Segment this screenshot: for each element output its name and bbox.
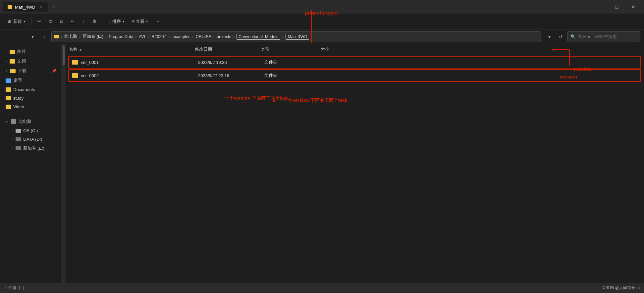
sort-dropdown-icon: ▾ [123, 20, 124, 23]
copy-icon: ⧉ [49, 19, 52, 24]
e-drive-icon [16, 146, 21, 150]
refresh-button[interactable]: ↺ [556, 32, 565, 41]
active-tab[interactable]: Man_4WD ✕ [3, 2, 48, 12]
addr-folder-icon [54, 35, 59, 38]
file-type-cell-1: 文件夹 [264, 59, 324, 65]
search-bar[interactable]: 🔍 [567, 31, 640, 42]
sidebar-item-documents[interactable]: › 文档 [2, 57, 60, 66]
rename-button[interactable]: ✏ [67, 17, 78, 25]
breadcrumb-this-pc[interactable]: 此电脑 [64, 34, 77, 39]
col-header-size[interactable]: 大小 [321, 47, 640, 52]
more-button[interactable]: ··· [152, 17, 163, 25]
back-button[interactable]: ← [4, 32, 14, 42]
breadcrumb-end-chevron: › [310, 35, 312, 39]
col-header-type[interactable]: 类型 [261, 47, 321, 52]
filetype-2: 文件夹 [264, 73, 277, 78]
e-drive-label: 新加卷 (E:) [23, 145, 44, 151]
sort-button[interactable]: ↕ 排序 ▾ [106, 17, 128, 26]
new-tab-button[interactable]: + [49, 2, 58, 12]
minimize-button[interactable]: ─ [593, 2, 608, 12]
sidebar: › 图片 › 文档 ↓ 下载 📌 桌面 Documents [0, 44, 62, 283]
breadcrumb-man4wd[interactable]: Man_4WD [286, 34, 309, 40]
col-size-label: 大小 [321, 47, 329, 52]
c-drive-icon [16, 129, 21, 133]
tab-folder-icon [8, 5, 12, 9]
documents-folder-icon [10, 59, 15, 64]
pictures-folder-icon [10, 50, 15, 54]
breadcrumb-projects[interactable]: projects [217, 34, 231, 39]
filelist: project version 一个version 下面有了两个task 名称 … [66, 44, 644, 283]
titlebar: Man_4WD ✕ + ─ □ ✕ [0, 0, 644, 14]
view-button[interactable]: ≡ 查看 ▾ [129, 17, 151, 26]
sidebar-item-c[interactable]: › OS (C:) [2, 126, 60, 135]
downloads-label: 下载 [18, 68, 27, 74]
file-name-cell-1: ver_0001 [72, 60, 198, 65]
video-label: Video [13, 104, 24, 109]
toolbar: ⊕ 新建 ▾ ✂ ⧉ ⧈ ✏ ↑ 🗑 ↕ 排序 ▾ ≡ 查看 ▾ [0, 14, 644, 29]
table-row[interactable]: ver_0002 2023/9/27 23:16 文件夹 [68, 69, 641, 82]
maximize-button[interactable]: □ [609, 2, 624, 12]
sidebar-item-d[interactable]: › DATA (D:) [2, 135, 60, 143]
forward-button[interactable]: → [16, 32, 26, 42]
sidebar-item-downloads[interactable]: ↓ 下载 📌 [2, 66, 60, 75]
task-label-text: 一个version 下面有了两个task [225, 95, 289, 101]
sidebar-scrollbar[interactable] [62, 44, 66, 283]
filedate-1: 2023/9/2 19:36 [198, 60, 227, 65]
breadcrumb-conventional[interactable]: Conventional_Models [237, 34, 280, 40]
filedate-2: 2023/9/27 23:16 [198, 73, 229, 78]
close-button[interactable]: ✕ [626, 2, 641, 12]
paste-button[interactable]: ⧈ [57, 17, 66, 26]
filename-1: ver_0001 [81, 60, 99, 65]
sidebar-item-pictures[interactable]: › 图片 [2, 47, 60, 56]
dropdown-button[interactable]: ▾ [27, 32, 37, 42]
breadcrumb-drive-e[interactable]: 新加卷 (E:) [82, 34, 103, 39]
share-icon: ↑ [82, 19, 84, 24]
sidebar-item-video[interactable]: Video [2, 103, 60, 111]
sidebar-scrollbar-thumb[interactable] [63, 45, 65, 65]
breadcrumb-sep-1: › [79, 34, 80, 39]
col-name-label: 名称 [69, 47, 78, 52]
sidebar-item-desktop[interactable]: 桌面 [2, 76, 60, 85]
branding: CSDN @人间造爱□□ [603, 285, 640, 291]
copy-button[interactable]: ⧉ [46, 17, 55, 26]
item-count: 2 个项目 [4, 285, 21, 291]
breadcrumb-cruise[interactable]: CRUISE [196, 34, 211, 39]
col-header-date[interactable]: 修改日期 [195, 47, 261, 52]
sidebar-item-thispc[interactable]: ∨ 此电脑 [2, 117, 60, 126]
pin-icon: 📌 [52, 69, 57, 73]
breadcrumb-sep-4: › [148, 34, 149, 39]
folder-icon-1 [72, 60, 78, 65]
chevron-pictures: › [6, 50, 7, 54]
delete-button[interactable]: 🗑 [89, 17, 100, 25]
addressbar-row: ← → ▾ ↑ › 此电脑 › 新加卷 (E:) › ProgramData ›… [0, 29, 644, 44]
sidebar-item-study[interactable]: study [2, 94, 60, 102]
addr-dropdown-button[interactable]: ▾ [544, 32, 554, 42]
breadcrumb-avl[interactable]: AVL [139, 34, 146, 39]
breadcrumb-r2020[interactable]: R2020.1 [152, 34, 167, 39]
addressbar[interactable]: › 此电脑 › 新加卷 (E:) › ProgramData › AVL › R… [51, 31, 541, 42]
study-folder-icon [6, 96, 11, 100]
filename-2: ver_0002 [81, 73, 99, 78]
view-label: ≡ 查看 [132, 19, 144, 24]
desktop-label: 桌面 [13, 77, 22, 83]
breadcrumb-sep-3: › [135, 34, 136, 39]
sidebar-item-docs[interactable]: Documents [2, 85, 60, 94]
cut-button[interactable]: ✂ [34, 17, 44, 25]
tab-title: Man_4WD [15, 5, 35, 10]
search-input[interactable] [578, 34, 637, 39]
tab-close-button[interactable]: ✕ [38, 4, 43, 10]
up-button[interactable]: ↑ [39, 32, 49, 42]
breadcrumb-programdata[interactable]: ProgramData [109, 34, 133, 39]
new-button[interactable]: ⊕ 新建 ▾ [4, 17, 28, 26]
sidebar-item-e[interactable]: › 新加卷 (E:) [2, 144, 60, 153]
breadcrumb-sep-6: › [192, 34, 193, 39]
breadcrumb-examples[interactable]: examples [173, 34, 190, 39]
breadcrumb-sep-9: › [282, 34, 284, 39]
breadcrumb-sep-0: › [61, 34, 62, 39]
explorer-window: Man_4WD ✕ + ─ □ ✕ ⊕ 新建 ▾ ✂ ⧉ ⧈ ✏ ↑ [0, 0, 644, 293]
share-button[interactable]: ↑ [79, 17, 88, 25]
docs-folder-icon [6, 87, 11, 92]
thispc-label: 此电脑 [19, 119, 31, 124]
table-row[interactable]: ver_0001 2023/9/2 19:36 文件夹 [68, 56, 641, 69]
col-header-name[interactable]: 名称 ▲ [69, 47, 195, 52]
